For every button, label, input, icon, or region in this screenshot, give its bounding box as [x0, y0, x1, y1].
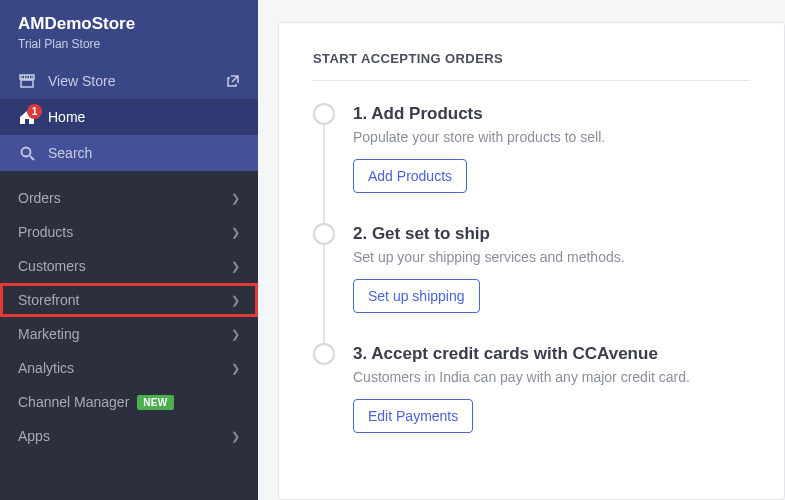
sidebar-item-products[interactable]: Products ❯: [0, 215, 258, 249]
sidebar-header: AMDemoStore Trial Plan Store: [0, 0, 258, 63]
chevron-right-icon: ❯: [231, 226, 240, 239]
sidebar: AMDemoStore Trial Plan Store View Store …: [0, 0, 258, 500]
sidebar-item-search[interactable]: Search: [0, 135, 258, 171]
chevron-right-icon: ❯: [231, 362, 240, 375]
home-badge: 1: [27, 104, 42, 119]
add-products-button[interactable]: Add Products: [353, 159, 467, 193]
sidebar-item-label: Home: [48, 109, 85, 125]
sidebar-top: View Store 1 Home Search: [0, 63, 258, 171]
sidebar-item-label: Orders: [18, 190, 61, 206]
svg-point-0: [21, 147, 30, 156]
step-marker: [313, 103, 335, 125]
step-item: 2. Get set to ship Set up your shipping …: [313, 223, 750, 313]
step-marker: [313, 343, 335, 365]
chevron-right-icon: ❯: [231, 328, 240, 341]
card-title: START ACCEPTING ORDERS: [313, 51, 750, 66]
sidebar-item-analytics[interactable]: Analytics ❯: [0, 351, 258, 385]
step-item: 3. Accept credit cards with CCAvenue Cus…: [313, 343, 750, 433]
sidebar-item-customers[interactable]: Customers ❯: [0, 249, 258, 283]
chevron-right-icon: ❯: [231, 294, 240, 307]
step-desc: Set up your shipping services and method…: [353, 249, 750, 265]
store-plan: Trial Plan Store: [18, 37, 240, 51]
store-name: AMDemoStore: [18, 14, 240, 34]
step-title: 3. Accept credit cards with CCAvenue: [353, 344, 750, 364]
search-icon: [18, 146, 36, 161]
sidebar-item-view-store[interactable]: View Store: [0, 63, 258, 99]
edit-payments-button[interactable]: Edit Payments: [353, 399, 473, 433]
step-desc: Customers in India can pay with any majo…: [353, 369, 750, 385]
sidebar-item-label: Customers: [18, 258, 86, 274]
sidebar-item-storefront[interactable]: Storefront ❯: [0, 283, 258, 317]
sidebar-item-label: Apps: [18, 428, 50, 444]
step-content: 3. Accept credit cards with CCAvenue Cus…: [353, 343, 750, 433]
sidebar-item-orders[interactable]: Orders ❯: [0, 181, 258, 215]
divider: [313, 80, 750, 81]
sidebar-nav: Orders ❯ Products ❯ Customers ❯ Storefro…: [0, 171, 258, 453]
chevron-right-icon: ❯: [231, 260, 240, 273]
sidebar-item-home[interactable]: 1 Home: [0, 99, 258, 135]
sidebar-item-label: View Store: [48, 73, 115, 89]
sidebar-item-label: Storefront: [18, 292, 79, 308]
sidebar-item-label: Channel Manager: [18, 394, 129, 410]
step-title: 1. Add Products: [353, 104, 750, 124]
store-icon: [18, 74, 36, 88]
step-content: 2. Get set to ship Set up your shipping …: [353, 223, 750, 313]
set-up-shipping-button[interactable]: Set up shipping: [353, 279, 480, 313]
sidebar-item-apps[interactable]: Apps ❯: [0, 419, 258, 453]
main-content: START ACCEPTING ORDERS 1. Add Products P…: [258, 0, 785, 500]
step-item: 1. Add Products Populate your store with…: [313, 103, 750, 193]
external-link-icon: [226, 74, 240, 88]
sidebar-item-marketing[interactable]: Marketing ❯: [0, 317, 258, 351]
step-title: 2. Get set to ship: [353, 224, 750, 244]
sidebar-item-label: Search: [48, 145, 92, 161]
onboarding-card: START ACCEPTING ORDERS 1. Add Products P…: [278, 22, 785, 500]
step-desc: Populate your store with products to sel…: [353, 129, 750, 145]
step-line: [323, 125, 325, 223]
chevron-right-icon: ❯: [231, 192, 240, 205]
step-content: 1. Add Products Populate your store with…: [353, 103, 750, 193]
sidebar-item-label: Analytics: [18, 360, 74, 376]
chevron-right-icon: ❯: [231, 430, 240, 443]
sidebar-item-label: Marketing: [18, 326, 79, 342]
sidebar-item-label: Products: [18, 224, 73, 240]
sidebar-item-channel-manager[interactable]: Channel Manager NEW: [0, 385, 258, 419]
new-badge: NEW: [137, 395, 173, 410]
step-line: [323, 245, 325, 343]
steps-list: 1. Add Products Populate your store with…: [313, 103, 750, 433]
step-marker: [313, 223, 335, 245]
